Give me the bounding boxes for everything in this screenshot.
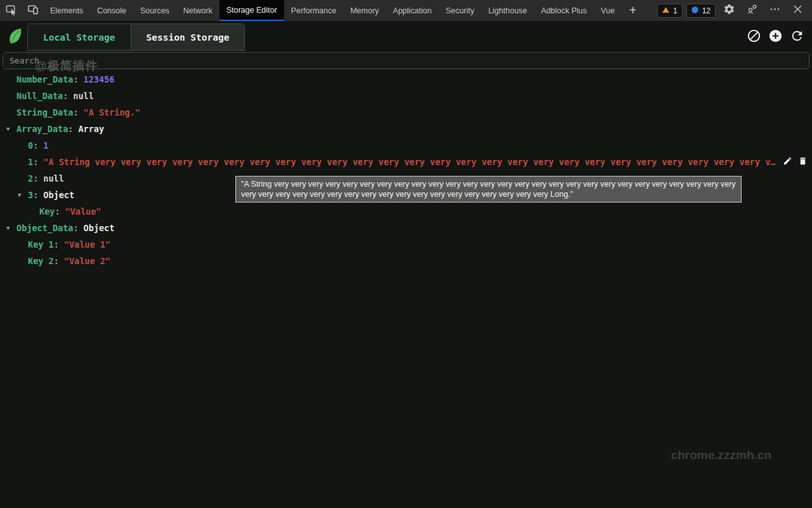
colon: :	[33, 157, 38, 167]
colon: :	[55, 206, 60, 217]
tree-value-truncated: "A String very very very very very very …	[43, 157, 779, 167]
expander-arrow-icon[interactable]: ▼	[6, 225, 16, 231]
tab-memory[interactable]: Memory	[343, 0, 386, 21]
gear-icon	[723, 3, 735, 18]
tab-adblock-plus[interactable]: Adblock Plus	[534, 0, 594, 21]
tree-key: 0	[28, 140, 33, 150]
tab-network[interactable]: Network	[176, 0, 219, 21]
more-tabs-button[interactable]: +	[622, 0, 645, 21]
colon: :	[54, 239, 59, 250]
edit-pencil-icon[interactable]	[783, 156, 792, 168]
tree-value: 123456	[84, 74, 115, 84]
tree-key: Null_Data	[16, 91, 63, 101]
colon: :	[33, 140, 38, 150]
tree-row-key-1[interactable]: Key 1:"Value 1"	[0, 236, 812, 253]
devtools-bar-right: 1 12	[657, 0, 812, 21]
refresh-icon	[790, 34, 804, 45]
settings-button[interactable]	[719, 3, 738, 18]
warnings-count: 1	[673, 6, 678, 15]
tree-row-array-0[interactable]: 0:1	[0, 137, 812, 154]
three-dots-icon	[769, 3, 781, 18]
colon: :	[73, 107, 78, 117]
storage-tree: Number_Data:123456 Null_Data:null String…	[0, 69, 812, 269]
tree-value: "Value 2"	[64, 256, 110, 266]
issues-circle-icon	[691, 6, 699, 16]
tree-value: "Value 1"	[64, 239, 110, 250]
tab-local-storage[interactable]: Local Storage	[28, 24, 131, 50]
row-actions	[779, 156, 812, 168]
tab-application[interactable]: Application	[386, 0, 438, 21]
issues-count: 12	[702, 6, 710, 15]
inspect-element-button[interactable]	[0, 0, 22, 21]
circle-slash-icon	[747, 34, 761, 45]
colon: :	[73, 74, 78, 84]
tree-row-string-data[interactable]: String_Data:"A String."	[0, 104, 812, 121]
colon: :	[68, 124, 73, 134]
expander-arrow-icon[interactable]: ▼	[6, 126, 16, 132]
tab-security[interactable]: Security	[438, 0, 481, 21]
tree-key: Object_Data	[16, 223, 73, 233]
tree-key: 3	[28, 190, 33, 200]
tab-sources[interactable]: Sources	[133, 0, 176, 21]
close-devtools-button[interactable]	[788, 3, 807, 18]
tree-row-array-data[interactable]: ▼ Array_Data:Array	[0, 121, 812, 137]
tree-row-object-key[interactable]: Key:"Value"	[0, 203, 812, 220]
tree-row-object-data[interactable]: ▼ Object_Data:Object	[0, 220, 812, 236]
clear-all-button[interactable]	[747, 29, 761, 43]
search-input[interactable]	[3, 52, 809, 69]
close-icon	[792, 3, 804, 18]
device-toolbar-icon	[27, 3, 39, 18]
storage-actions	[747, 29, 804, 43]
tree-value: "Value"	[65, 206, 102, 217]
person-bubble-icon	[746, 3, 758, 18]
tab-console[interactable]: Console	[90, 0, 133, 21]
tree-row-key-2[interactable]: Key 2:"Value 2"	[0, 253, 812, 269]
delete-trash-icon[interactable]	[798, 156, 808, 168]
tree-value: 1	[43, 140, 48, 150]
tab-performance[interactable]: Performance	[284, 0, 344, 21]
tree-row-number-data[interactable]: Number_Data:123456	[0, 71, 812, 88]
add-item-button[interactable]	[768, 29, 783, 43]
tree-value: null	[43, 173, 64, 184]
devtools-tab-bar: Elements Console Sources Network Storage…	[0, 0, 812, 21]
tree-key: String_Data	[16, 107, 73, 117]
colon: :	[73, 223, 78, 233]
tree-key: 2	[28, 173, 33, 184]
more-options-button[interactable]	[765, 3, 784, 18]
tree-value: Object	[84, 223, 115, 233]
tab-vue[interactable]: Vue	[594, 0, 622, 21]
inspect-icon	[5, 3, 17, 18]
tree-row-null-data[interactable]: Null_Data:null	[0, 88, 812, 104]
tab-lighthouse[interactable]: Lighthouse	[481, 0, 534, 21]
tab-elements[interactable]: Elements	[43, 0, 90, 21]
tree-value: Object	[43, 190, 74, 200]
footer-watermark: chrome.zzzmh.cn	[671, 448, 771, 462]
devtools-tabs: Elements Console Sources Network Storage…	[43, 0, 645, 21]
device-toolbar-button[interactable]	[22, 0, 43, 21]
tree-row-array-1[interactable]: 1:"A String very very very very very ver…	[0, 154, 812, 170]
value-tooltip: "A String very very very very very very …	[235, 176, 742, 203]
storage-editor-header: Local Storage Session Storage @极简插件	[0, 21, 812, 51]
tree-value: null	[73, 91, 94, 101]
colon: :	[63, 91, 68, 101]
tree-key: Key 2	[28, 256, 54, 266]
tree-value: Array	[78, 124, 104, 134]
tab-storage-editor[interactable]: Storage Editor	[219, 0, 284, 21]
warnings-badge[interactable]: 1	[657, 4, 683, 18]
colon: :	[33, 190, 38, 200]
tree-key: Array_Data	[16, 124, 68, 134]
warning-triangle-icon	[662, 6, 670, 16]
tree-value: "A String."	[84, 107, 140, 117]
tree-key: Number_Data	[16, 74, 73, 84]
storage-type-tabs: Local Storage Session Storage	[27, 23, 245, 51]
feedback-profile-button[interactable]	[742, 3, 761, 18]
tree-key: 1	[28, 157, 33, 167]
plus-circle-icon	[768, 34, 783, 45]
tree-key: Key 1	[28, 239, 54, 250]
search-row	[0, 51, 812, 69]
issues-badge[interactable]: 12	[686, 4, 716, 18]
tab-session-storage[interactable]: Session Storage	[131, 24, 245, 50]
colon: :	[33, 173, 38, 184]
expander-arrow-icon[interactable]: ▼	[18, 192, 28, 198]
refresh-button[interactable]	[790, 29, 804, 43]
